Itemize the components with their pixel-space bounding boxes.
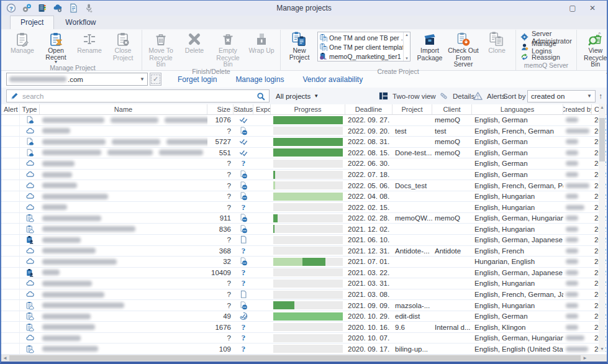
status-online-icon <box>239 257 248 266</box>
cell-languages: English, German <box>472 115 563 125</box>
tab-project[interactable]: Project <box>10 16 54 29</box>
cell-client <box>432 268 472 278</box>
server-name-redacted <box>9 76 66 82</box>
link-vendor-availability[interactable]: Vendor availability <box>302 75 363 84</box>
column-header-deadline[interactable]: Deadline <box>345 104 392 114</box>
server-combobox[interactable]: .com ▼ <box>6 73 148 86</box>
ribbon-button-open-recent[interactable]: Open Recent▼ <box>39 30 73 64</box>
column-header-progress[interactable]: Progress <box>271 104 345 114</box>
column-header-size[interactable]: Size <box>207 104 234 114</box>
table-row[interactable]: ?2021. 09. 09.mazsola-...English, Hungar… <box>1 300 607 311</box>
column-header-export[interactable]: Export <box>253 104 271 114</box>
cell-status <box>234 257 253 267</box>
table-row[interactable]: ?2021. 03. 08.English, French, German, J… <box>1 289 607 301</box>
table-row[interactable]: ??2020. 10. 07.English, German, Hungaria… <box>1 333 607 344</box>
search-input[interactable] <box>22 93 253 100</box>
column-header-status[interactable]: Status <box>234 104 253 114</box>
server-links: Forget loginManage loginsVendor availabi… <box>178 75 363 84</box>
column-header-type[interactable]: Type <box>20 104 40 114</box>
cell-status <box>234 213 253 224</box>
table-row[interactable]: 109?2020. 09. 17.biling-up...English, En… <box>1 344 607 355</box>
ribbon-button-check-out-from-server[interactable]: Check OutFrom Server <box>447 30 480 68</box>
manage-projects-window: ? Manage projects ▢ ✕ ProjectWorkflow ⌃ … <box>0 0 608 364</box>
progress-bar <box>273 258 343 266</box>
cell-type <box>20 322 40 332</box>
cell-languages: English, French <box>472 246 563 257</box>
cell-export <box>253 158 271 169</box>
ribbon-button-reassign[interactable]: Reassign <box>518 52 574 61</box>
ribbon-button-import-package[interactable]: ImportPackage <box>413 30 447 61</box>
table-row[interactable]: 10762022. 09. 27.memoQEnglish, German202 <box>1 115 607 126</box>
server-cloud-gear-icon[interactable] <box>53 3 63 13</box>
cell-languages: English, Hungarian <box>472 278 563 289</box>
cell-created-by-redacted <box>563 333 592 344</box>
maximize-button[interactable]: ▢ <box>565 2 581 14</box>
template-item[interactable]: One TM per client template <box>318 42 403 52</box>
search-icon[interactable] <box>256 92 265 101</box>
vertical-scrollbar[interactable]: ▲ ▼ <box>599 104 606 352</box>
cell-created-by-redacted <box>563 137 592 147</box>
table-row[interactable]: 9112022. 02. 28.memoQW...memoQEnglish, G… <box>1 213 607 224</box>
ribbon-button-new-project[interactable]: New Project▼ <box>283 30 316 64</box>
project-scope-dropdown[interactable]: All projects ▼ <box>276 93 319 100</box>
view-toggle-alerts[interactable]: Alerts <box>473 91 505 101</box>
cell-size: ? <box>207 202 234 212</box>
cell-export <box>253 257 271 267</box>
cell-export <box>253 224 271 234</box>
template-item[interactable]: memoQ_marketing_tier1 <box>318 52 403 61</box>
cell-export <box>253 213 271 224</box>
options-gears-icon[interactable] <box>22 3 32 13</box>
table-row[interactable]: 368?2021. 12. 31.Antidote-...AntidoteEng… <box>1 246 607 257</box>
column-header-name[interactable]: Name <box>40 104 207 114</box>
table-row[interactable]: 492020. 10. 29.edit-distEnglish, German2… <box>1 311 607 322</box>
resource-console-icon[interactable] <box>37 3 47 13</box>
tab-workflow[interactable]: Workflow <box>55 16 106 29</box>
cell-deadline: 2022. 09. 20. <box>345 126 392 137</box>
ribbon-tab-bar: ProjectWorkflow <box>1 16 607 30</box>
table-row[interactable]: ??2022. 02. 15.English, Hungarian202 <box>1 202 607 213</box>
ribbon-button-manage-logins[interactable]: Manage Logins <box>518 42 574 52</box>
cell-project: edit-dist <box>392 311 432 322</box>
column-header-project[interactable]: Project <box>392 104 432 114</box>
dictation-mic-icon[interactable] <box>84 3 94 13</box>
view-toggle-two-row-view[interactable]: Two-row view <box>379 91 436 101</box>
table-row[interactable]: ??2021. 03. 31.English, Hungarian202 <box>1 278 607 289</box>
help-icon[interactable]: ? <box>6 3 16 13</box>
table-row[interactable]: 10409?2021. 03. 22.English, German, Japa… <box>1 268 607 279</box>
template-item[interactable]: One TM and one TB per ... <box>318 33 403 42</box>
column-header-alert[interactable]: Alert <box>1 104 20 114</box>
collapse-ribbon-icon[interactable]: ⌃ <box>597 32 602 38</box>
template-list-scrollbar[interactable]: ▲▼ <box>403 32 410 61</box>
table-row[interactable]: ?2021. 06. 10.English, German, Japanese2… <box>1 235 607 246</box>
link-forget-login[interactable]: Forget login <box>178 75 217 84</box>
cell-name-redacted <box>40 235 207 245</box>
ribbon-button-move-to-recycle-bin: Move ToRecycle Bin <box>144 30 178 68</box>
cell-created-by-redacted <box>563 311 592 322</box>
table-row[interactable]: ?2022. 05. 06.Docs_testEnglish, French, … <box>1 180 607 191</box>
table-row[interactable]: 5512022. 08. 15.Done-test...memoQEnglish… <box>1 148 607 159</box>
type-clip-person-icon <box>25 268 34 277</box>
column-header-languages[interactable]: Languages <box>472 104 563 114</box>
column-header-client[interactable]: Client <box>432 104 472 114</box>
column-header-created-by[interactable]: Created by <box>563 104 592 114</box>
ribbon-button-view-recycle-bin[interactable]: ViewRecycle Bin <box>579 30 608 68</box>
table-row[interactable]: 57272022. 08. 31.memoQEnglish, German202 <box>1 137 607 148</box>
horizontal-scrollbar[interactable]: ◄ ► <box>1 355 607 362</box>
cell-languages: English, English (United States) <box>472 344 563 354</box>
table-row[interactable]: 1676?2020. 10. 16.9.6Internal d...Englis… <box>1 322 607 333</box>
cell-status <box>234 300 253 311</box>
table-row[interactable]: ??2022. 06. 30.English, German202 <box>1 158 607 170</box>
sort-direction-ascending-icon[interactable]: ↑ <box>599 92 602 101</box>
table-row[interactable]: ?2022. 07. 18.English, German202 <box>1 170 607 181</box>
sort-by-dropdown[interactable]: created on ▼ <box>527 90 596 102</box>
close-button[interactable]: ✕ <box>584 2 601 14</box>
status-online-icon <box>239 225 248 234</box>
table-row[interactable]: ?2022. 04. 08.English, Hungarian202 <box>1 191 607 202</box>
link-manage-logins[interactable]: Manage logins <box>235 75 284 84</box>
table-row[interactable]: 8362021. 12. 02.English, Hungarian202 <box>1 224 607 235</box>
project-template-list[interactable]: One TM and one TB per ...One TM per clie… <box>317 32 411 61</box>
table-row[interactable]: 322021. 07. 01.Hungarian, English202 <box>1 257 607 268</box>
view-toggle-details[interactable]: Details <box>439 91 474 101</box>
document-icon[interactable] <box>68 3 78 13</box>
table-row[interactable]: ?2022. 09. 20.testtestEnglish, French, G… <box>1 126 607 137</box>
